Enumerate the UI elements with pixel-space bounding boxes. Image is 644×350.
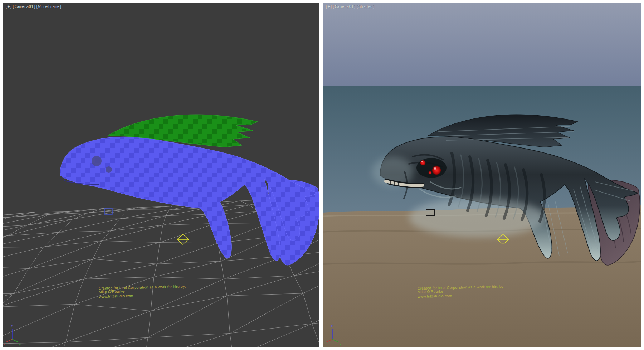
viewport-shaded[interactable]: z x y [+][Camera01][Shaded] Created for … [323,3,641,347]
viewport-label-wireframe[interactable]: [+][Camera01][Wireframe] [5,4,62,9]
scene-annotation: Created for Intel Corporation as a work … [418,284,525,298]
axis-z-label: z [11,324,13,328]
axis-y-label: y [339,342,341,346]
fish-eyes [416,158,447,178]
axis-z-label: z [331,324,333,328]
fish-eye-spot-large [92,156,102,166]
application-window: z x y [+][Camera01][Wireframe] Created f… [0,0,644,350]
axis-x-label: x [324,342,326,346]
viewport-label-shaded[interactable]: [+][Camera01][Shaded] [325,4,375,9]
axis-y-label: y [19,342,21,346]
scene-annotation: Created for Intel Corporation as a work … [99,284,206,298]
viewport-wireframe[interactable]: z x y [+][Camera01][Wireframe] Created f… [3,3,319,347]
axis-x-label: x [4,342,6,346]
fish-eye-spot-small [106,166,112,173]
sky [323,3,641,86]
